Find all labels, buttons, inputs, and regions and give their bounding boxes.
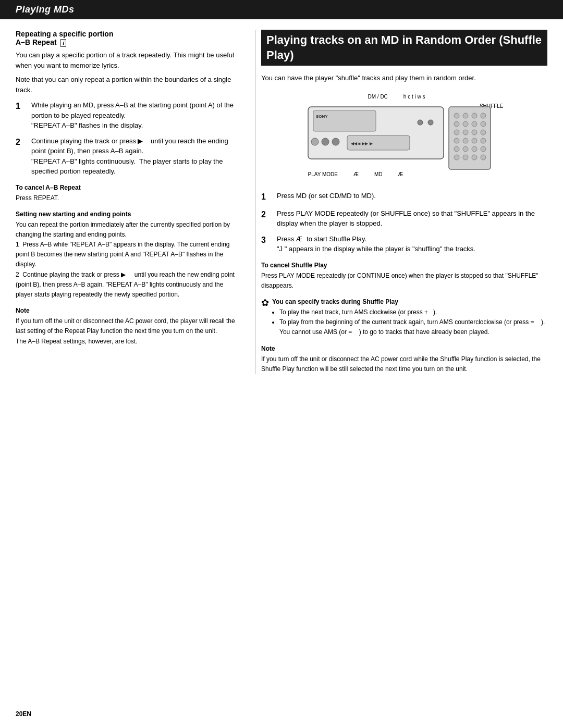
svg-point-27 (454, 146, 459, 152)
tip-bullets: To play the next track, turn AMS clockwi… (279, 307, 547, 338)
svg-point-28 (463, 146, 468, 152)
md-label: MD (374, 171, 383, 177)
device-diagram: DM / DC h c t i w s SHUFFLE SON (305, 94, 504, 177)
svg-point-33 (472, 155, 477, 160)
right-step-2: 2 Press PLAY MODE repeatedly (or SHUFFLE… (261, 208, 547, 229)
svg-point-29 (472, 146, 477, 152)
svg-point-15 (454, 121, 459, 127)
cancel-ab-title: To cancel A–B Repeat (16, 184, 240, 191)
device-top-labels: DM / DC h c t i w s (368, 94, 425, 100)
svg-rect-1 (313, 110, 376, 131)
svg-point-23 (454, 138, 459, 143)
page-wrapper: Playing MDs Repeating a specific portion… (0, 0, 563, 374)
right-section-title: Playing tracks on an MD in Random Order … (266, 33, 542, 63)
cancel-shuffle-section: To cancel Shuffle Play Press PLAY MODE r… (261, 262, 547, 291)
ae1-label: Æ (353, 171, 359, 177)
right-steps-list: 1 Press MD (or set CD/MD to MD). 2 Press… (261, 191, 547, 254)
left-step-1: 1 While playing an MD, press A–B at the … (16, 100, 240, 131)
right-section-header: Playing tracks on an MD in Random Order … (261, 30, 547, 66)
dm-dc-label: DM / DC (368, 94, 388, 100)
svg-point-14 (481, 113, 486, 118)
tip-section: ✿ You can specify tracks during Shuffle … (261, 298, 547, 338)
left-note-text: If you turn off the unit or disconnect t… (16, 316, 240, 347)
setting-section: Setting new starting and ending points Y… (16, 211, 240, 300)
svg-point-34 (481, 155, 486, 160)
svg-point-13 (472, 113, 477, 118)
content-area: Repeating a specific portion A–B Repeat … (0, 30, 563, 374)
ae2-label: Æ (398, 171, 403, 177)
svg-point-16 (463, 121, 468, 127)
play-mode-label: PLAY MODE (308, 171, 338, 177)
device-image-area: DM / DC h c t i w s SHUFFLE SON (261, 89, 547, 182)
svg-point-11 (454, 113, 459, 118)
left-section-title: Repeating a specific portion A–B Repeat … (16, 30, 240, 47)
cancel-shuffle-title: To cancel Shuffle Play (261, 262, 547, 269)
svg-point-17 (472, 121, 477, 127)
right-step-2-text: Press PLAY MODE repeatedly (or SHUFFLE o… (277, 208, 547, 229)
svg-point-3 (311, 138, 319, 145)
page-header: Playing MDs (0, 0, 563, 19)
right-intro: You can have the player "shuffle" tracks… (261, 73, 547, 83)
svg-point-18 (481, 121, 486, 127)
cancel-ab-section: To cancel A–B Repeat Press REPEAT. (16, 184, 240, 203)
svg-point-5 (332, 138, 339, 145)
svg-point-8 (418, 120, 423, 125)
device-svg: SONY ◀◀ ■ ▶▶ ▶ (305, 104, 493, 172)
right-note-text: If you turn off the unit or disconnect t… (261, 354, 547, 374)
tip-icon: ✿ (261, 297, 269, 338)
right-step-1-text: Press MD (or set CD/MD to MD). (277, 191, 376, 203)
ab-icon: i (60, 39, 66, 47)
svg-point-22 (481, 130, 486, 135)
tip-bullet-2: To play from the beginning of the curren… (279, 317, 547, 337)
svg-point-26 (481, 138, 486, 143)
page-title: Playing MDs (16, 4, 75, 15)
svg-point-19 (454, 130, 459, 135)
page-footer: 20EN (16, 710, 31, 718)
right-step-3: 3 Press Æ to start Shuffle Play. "J " ap… (261, 234, 547, 254)
tip-title: You can specify tracks during Shuffle Pl… (272, 298, 547, 305)
right-column: Playing tracks on an MD in Random Order … (255, 30, 547, 374)
svg-point-12 (463, 113, 468, 118)
device-bottom-labels: PLAY MODE Æ MD Æ (308, 171, 403, 177)
setting-text: You can repeat the portion immediately a… (16, 220, 240, 300)
svg-point-31 (454, 155, 459, 160)
svg-point-4 (322, 138, 329, 145)
svg-point-24 (463, 138, 468, 143)
left-steps-list: 1 While playing an MD, press A–B at the … (16, 100, 240, 177)
svg-text:◀◀  ■  ▶▶  ▶: ◀◀ ■ ▶▶ ▶ (351, 141, 373, 146)
left-intro: You can play a specific portion of a tra… (16, 50, 240, 70)
left-step-2: 2 Continue playing the track or press ▶ … (16, 136, 240, 177)
left-column: Repeating a specific portion A–B Repeat … (16, 30, 255, 374)
svg-point-30 (481, 146, 486, 152)
right-step-1: 1 Press MD (or set CD/MD to MD). (261, 191, 547, 203)
hct-label: h c t i w s (403, 94, 425, 100)
svg-point-32 (463, 155, 468, 160)
cancel-shuffle-text: Press PLAY MODE repeatedly (or CONTINUE … (261, 271, 547, 291)
svg-point-9 (428, 120, 433, 125)
left-boundary-note: Note that you can only repeat a portion … (16, 75, 240, 95)
right-note-title: Note (261, 345, 547, 352)
svg-point-21 (472, 130, 477, 135)
tip-bullet-1: To play the next track, turn AMS clockwi… (279, 307, 547, 317)
right-note-section: Note If you turn off the unit or disconn… (261, 345, 547, 374)
svg-point-20 (463, 130, 468, 135)
svg-text:SONY: SONY (316, 114, 328, 119)
svg-point-25 (472, 138, 477, 143)
right-step-3-text: Press Æ to start Shuffle Play. "J " appe… (277, 234, 475, 254)
cancel-ab-text: Press REPEAT. (16, 193, 240, 203)
left-note-title: Note (16, 307, 240, 314)
setting-title: Setting new starting and ending points (16, 211, 240, 218)
page-number: 20EN (16, 710, 31, 718)
left-note-section: Note If you turn off the unit or disconn… (16, 307, 240, 347)
